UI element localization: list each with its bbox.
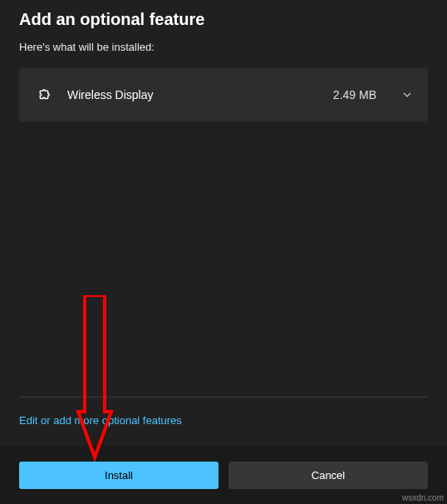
puzzle-icon [34,86,51,103]
feature-name: Wireless Display [67,88,317,101]
cancel-button[interactable]: Cancel [228,462,428,489]
dialog-footer: Install Cancel [0,446,447,504]
feature-row[interactable]: Wireless Display 2.49 MB [19,68,428,121]
chevron-down-icon [401,89,413,101]
edit-features-link[interactable]: Edit or add more optional features [19,414,182,427]
install-button[interactable]: Install [19,462,219,489]
watermark: wsxdn.com [402,493,444,502]
feature-size: 2.49 MB [333,88,376,101]
dialog-title: Add an optional feature [19,10,428,29]
svg-rect-0 [85,295,105,412]
divider [19,397,428,398]
annotation-arrow [75,295,116,462]
dialog-subtitle: Here's what will be installed: [19,41,428,53]
